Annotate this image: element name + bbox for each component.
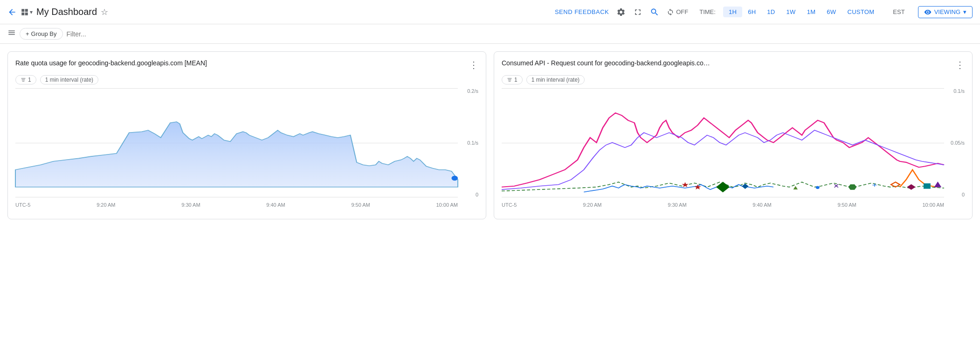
chart-area-1: 0.2/s 0.1/s 0 — [15, 88, 478, 211]
svg-marker-13 — [935, 182, 941, 187]
dashboard-dropdown-icon: ▾ — [30, 9, 33, 15]
time-6w-button[interactable]: 6W — [821, 7, 842, 17]
interval-badge-2[interactable]: 1 min interval (rate) — [526, 75, 585, 84]
filter-bar: + Group By — [0, 24, 980, 44]
svg-text:▲: ▲ — [792, 184, 799, 191]
time-custom-button[interactable]: CUSTOM — [842, 7, 880, 17]
chart-filter-badge-1[interactable]: 1 — [15, 75, 36, 84]
chart-meta-1: 1 1 min interval (rate) — [15, 75, 478, 84]
timezone-button[interactable]: EST — [887, 7, 910, 17]
header-center: SEND FEEDBACK OFF TIME: 1H 6H 1D 1W 1M 6… — [555, 6, 973, 18]
back-button[interactable] — [7, 7, 17, 17]
header: ▾ My Dashboard ☆ SEND FEEDBACK OFF TIME:… — [0, 0, 980, 24]
time-buttons: 1H 6H 1D 1W 1M 6W CUSTOM — [723, 7, 880, 17]
auto-refresh-toggle[interactable]: OFF — [667, 8, 688, 16]
chart-title-2: Consumed API - Request count for geocodi… — [502, 59, 710, 67]
time-1d-button[interactable]: 1D — [761, 7, 780, 17]
time-6h-button[interactable]: 6H — [742, 7, 761, 17]
group-by-label: Group By — [31, 30, 57, 37]
svg-marker-11 — [907, 185, 915, 190]
interval-badge-1[interactable]: 1 min interval (rate) — [40, 75, 98, 84]
dashboard-icon[interactable]: ▾ — [21, 8, 33, 16]
viewing-dropdown-icon: ▾ — [963, 8, 966, 15]
svg-text:◆: ◆ — [742, 182, 749, 190]
chart-more-button-2[interactable]: ⋮ — [955, 59, 965, 70]
svg-text:★: ★ — [681, 181, 689, 189]
settings-icon[interactable] — [616, 7, 626, 17]
svg-text:+: + — [872, 181, 877, 189]
svg-text:●: ● — [815, 183, 820, 191]
chart-meta-2: 1 1 min interval (rate) — [502, 75, 965, 84]
time-1m-button[interactable]: 1M — [801, 7, 821, 17]
main-content: Rate quota usage for geocoding-backend.g… — [0, 44, 980, 227]
send-feedback-button[interactable]: SEND FEEDBACK — [555, 8, 609, 15]
chart-filter-badge-2[interactable]: 1 — [502, 75, 523, 84]
group-by-plus: + — [26, 30, 29, 37]
chart-y-labels-1: 0.2/s 0.1/s 0 — [460, 88, 478, 197]
chart-header-1: Rate quota usage for geocoding-backend.g… — [15, 59, 478, 70]
menu-icon[interactable] — [7, 28, 16, 39]
fullscreen-icon[interactable] — [633, 7, 642, 17]
svg-point-0 — [451, 175, 458, 181]
chart-more-button-1[interactable]: ⋮ — [469, 59, 478, 70]
time-1h-button[interactable]: 1H — [723, 7, 742, 17]
group-by-button[interactable]: + Group By — [20, 28, 63, 40]
page-title: My Dashboard — [36, 7, 97, 17]
svg-text:✕: ✕ — [833, 183, 840, 189]
chart-svg-2: ★ ★ ◆ ▲ ● ✕ + — [502, 88, 944, 197]
filter-count-1: 1 — [28, 77, 31, 83]
chart-x-labels-2: UTC-5 9:20 AM 9:30 AM 9:40 AM 9:50 AM 10… — [502, 198, 944, 211]
time-1w-button[interactable]: 1W — [781, 7, 801, 17]
svg-marker-8 — [849, 185, 856, 190]
header-icons — [616, 7, 659, 17]
chart-y-labels-2: 0.1/s 0.05/s 0 — [946, 88, 965, 197]
svg-text:★: ★ — [694, 183, 702, 191]
time-label: TIME: — [699, 8, 716, 15]
chart-inner-1 — [15, 88, 458, 197]
svg-rect-12 — [924, 183, 931, 189]
chart-header-2: Consumed API - Request count for geocodi… — [502, 59, 965, 70]
header-left: ▾ My Dashboard ☆ — [7, 7, 551, 17]
viewing-button[interactable]: VIEWING ▾ — [918, 6, 973, 18]
filter-count-2: 1 — [514, 77, 518, 83]
viewing-label: VIEWING — [934, 8, 960, 15]
svg-marker-3 — [717, 182, 729, 192]
chart-card-2: Consumed API - Request count for geocodi… — [494, 51, 973, 219]
chart-area-2: 0.1/s 0.05/s 0 — [502, 88, 965, 211]
filter-input[interactable] — [67, 30, 973, 38]
refresh-label: OFF — [676, 8, 688, 15]
chart-title-1: Rate quota usage for geocoding-backend.g… — [15, 59, 207, 67]
chart-inner-2: ★ ★ ◆ ▲ ● ✕ + — [502, 88, 944, 197]
chart-svg-1 — [15, 88, 458, 197]
star-icon[interactable]: ☆ — [101, 7, 108, 17]
search-icon[interactable] — [650, 7, 659, 17]
chart-card-1: Rate quota usage for geocoding-backend.g… — [7, 51, 486, 219]
chart-x-labels-1: UTC-5 9:20 AM 9:30 AM 9:40 AM 9:50 AM 10… — [15, 198, 458, 211]
